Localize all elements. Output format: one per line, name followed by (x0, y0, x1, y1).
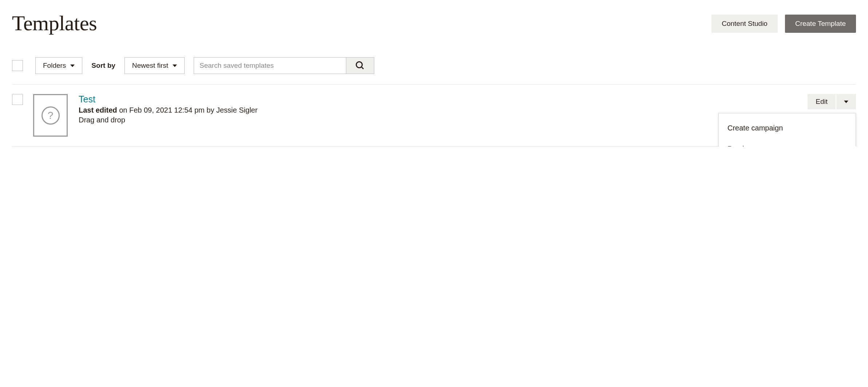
search-icon (355, 60, 365, 71)
page-title: Templates (12, 11, 97, 35)
svg-point-0 (356, 62, 362, 68)
chevron-down-icon (173, 64, 177, 67)
template-name-link[interactable]: Test (79, 94, 856, 105)
last-edited-label: Last edited (79, 106, 117, 114)
template-row: ? Test Last edited on Feb 09, 2021 12:54… (12, 85, 856, 146)
sort-select[interactable]: Newest first (125, 57, 185, 74)
filter-bar: Folders Sort by Newest first (12, 57, 856, 85)
last-edited-value: on Feb 09, 2021 12:54 pm by Jessie Sigle… (117, 106, 258, 114)
search-input[interactable] (194, 57, 346, 74)
row-checkbox[interactable] (12, 94, 23, 105)
edit-button[interactable]: Edit (808, 94, 836, 109)
row-actions: Edit (808, 94, 856, 109)
create-template-button[interactable]: Create Template (785, 15, 856, 33)
menu-item-preview[interactable]: Preview (719, 138, 856, 146)
select-all-checkbox[interactable] (12, 60, 23, 71)
header-actions: Content Studio Create Template (711, 11, 856, 33)
menu-item-create-campaign[interactable]: Create campaign (719, 118, 856, 138)
question-mark-icon: ? (42, 106, 60, 125)
folders-filter-label: Folders (43, 62, 66, 70)
search-group (194, 57, 374, 74)
page-header: Templates Content Studio Create Template (12, 11, 856, 35)
svg-line-1 (362, 67, 364, 69)
sort-value: Newest first (132, 62, 168, 70)
folders-filter[interactable]: Folders (35, 57, 82, 74)
dropdown-toggle-button[interactable] (836, 94, 856, 109)
template-thumbnail[interactable]: ? (33, 94, 68, 137)
chevron-down-icon (70, 64, 75, 67)
search-button[interactable] (346, 57, 374, 74)
chevron-down-icon (844, 101, 848, 103)
content-studio-button[interactable]: Content Studio (711, 15, 778, 33)
sort-by-label: Sort by (91, 62, 115, 70)
dropdown-menu: Create campaign Preview Export as HTML S… (718, 113, 856, 146)
